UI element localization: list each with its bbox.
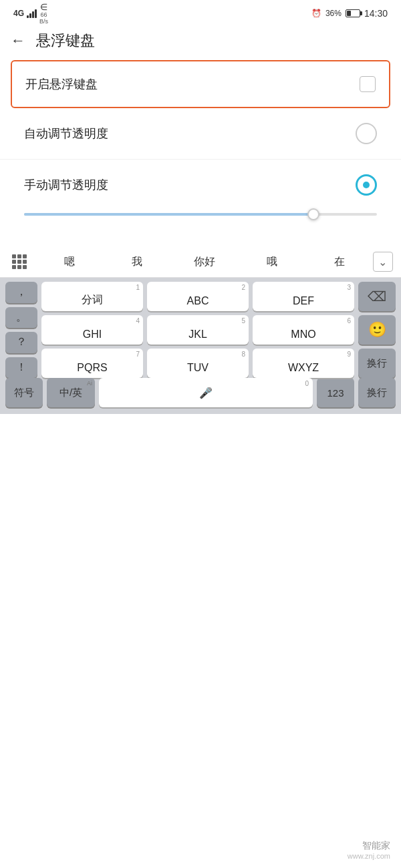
key-fenCI-label: 分词 <box>82 293 103 307</box>
keyboard-wrapper: 嗯 我 你好 哦 在 ⌄ ， 。 ？ ！ 1 分词 <box>0 236 401 414</box>
setting-item-manual-opacity[interactable]: 手动调节透明度 <box>0 160 401 210</box>
key-num-5: 5 <box>241 317 245 324</box>
wifi-speed: ∈ 66 B/s <box>39 2 48 25</box>
enter-key[interactable]: 换行 <box>358 349 396 378</box>
slider-thumb[interactable] <box>307 208 319 220</box>
enter-label: 换行 <box>367 357 387 370</box>
battery-icon <box>346 9 360 17</box>
key-num-1: 1 <box>136 284 140 291</box>
main-keys: 1 分词 2 ABC 3 DEF 4 GHI <box>41 282 354 378</box>
keyboard-row-3: 7 PQRS 8 TUV 9 WXYZ <box>41 349 354 378</box>
suggestion-word-3[interactable]: 你好 <box>171 252 239 272</box>
suggestion-word-2[interactable]: 我 <box>104 252 171 272</box>
keyboard-row-1: 1 分词 2 ABC 3 DEF <box>41 282 354 311</box>
keyboard-row-2: 4 GHI 5 JKL 6 MNO <box>41 315 354 345</box>
lang-ai-label: Ai <box>87 380 92 387</box>
setting-item-floating-keyboard[interactable]: 开启悬浮键盘 <box>11 60 390 108</box>
enter-bottom-label: 换行 <box>367 387 387 399</box>
grid-icon <box>12 254 27 269</box>
key-ABC-label: ABC <box>187 295 209 307</box>
key-JKL-label: JKL <box>188 329 207 341</box>
suggestion-dismiss-button[interactable]: ⌄ <box>373 252 393 272</box>
battery-percent: 36% <box>325 9 342 18</box>
nums-label: 123 <box>327 387 344 399</box>
space-num-label: 0 <box>305 380 309 387</box>
lang-label: 中/英 <box>59 387 82 399</box>
brand-name: 智能家 <box>348 840 390 852</box>
emoji-icon: 🙂 <box>368 321 386 339</box>
status-right: ⏰ 36% 14:30 <box>311 8 388 19</box>
key-num-9: 9 <box>347 351 351 358</box>
emoji-key[interactable]: 🙂 <box>358 315 396 345</box>
wifi-icon: ∈ <box>40 2 47 12</box>
toggle-manual-opacity[interactable] <box>356 174 377 196</box>
backspace-icon: ⌫ <box>368 288 386 304</box>
symbol-key[interactable]: 符号 <box>5 378 43 407</box>
opacity-slider-container <box>0 213 401 236</box>
keyboard: ， 。 ？ ！ 1 分词 2 ABC 3 <box>0 278 401 414</box>
back-button[interactable]: ← <box>11 32 25 49</box>
key-num-4: 4 <box>136 317 140 324</box>
key-MNO-label: MNO <box>291 329 315 341</box>
header: ← 悬浮键盘 <box>0 24 401 60</box>
key-DEF[interactable]: 3 DEF <box>253 282 354 311</box>
key-TUV[interactable]: 8 TUV <box>147 349 249 378</box>
keyboard-main-layout: ， 。 ？ ！ 1 分词 2 ABC 3 <box>5 282 396 378</box>
suggestion-word-5[interactable]: 在 <box>305 252 373 272</box>
lang-key[interactable]: 中/英 Ai <box>47 378 95 407</box>
punct-key-question[interactable]: ？ <box>5 332 37 353</box>
nums-key[interactable]: 123 <box>317 378 354 407</box>
suggestions-bar: 嗯 我 你好 哦 在 ⌄ <box>0 246 401 278</box>
key-num-8: 8 <box>241 351 245 358</box>
punct-key-exclaim[interactable]: ！ <box>5 357 37 379</box>
setting-label-3: 手动调节透明度 <box>24 177 108 193</box>
key-PQRS-label: PQRS <box>77 362 107 374</box>
checkbox-floating-keyboard[interactable] <box>360 76 376 92</box>
key-ABC[interactable]: 2 ABC <box>147 282 249 311</box>
suggestions-grid-icon[interactable] <box>8 250 31 273</box>
symbol-label: 符号 <box>14 387 34 399</box>
key-GHI-label: GHI <box>83 329 102 341</box>
key-DEF-label: DEF <box>293 295 314 307</box>
punct-column: ， 。 ？ ！ <box>5 282 37 378</box>
action-column: ⌫ 🙂 换行 <box>358 282 396 378</box>
backspace-key[interactable]: ⌫ <box>358 282 396 311</box>
key-num-7: 7 <box>136 351 140 358</box>
dismiss-icon: ⌄ <box>378 256 387 268</box>
key-num-2: 2 <box>241 284 245 291</box>
toggle-auto-opacity[interactable] <box>356 123 377 144</box>
key-WXYZ[interactable]: 9 WXYZ <box>253 349 354 378</box>
key-MNO[interactable]: 6 MNO <box>253 315 354 345</box>
signal-bars <box>27 9 37 18</box>
speed-text: 66 B/s <box>39 12 48 25</box>
settings-container: 开启悬浮键盘 自动调节透明度 手动调节透明度 <box>0 60 401 236</box>
keyboard-bottom-row: 符号 中/英 Ai 0 🎤 123 换行 <box>5 378 396 407</box>
mic-icon: 🎤 <box>199 387 213 399</box>
enter-bottom-key[interactable]: 换行 <box>358 378 396 407</box>
brand-url: www.znj.com <box>348 852 390 860</box>
toggle-on-inner <box>363 182 370 188</box>
setting-item-auto-opacity[interactable]: 自动调节透明度 <box>0 108 401 160</box>
signal-label: 4G <box>13 9 24 18</box>
setting-label-2: 自动调节透明度 <box>24 126 108 142</box>
key-GHI[interactable]: 4 GHI <box>41 315 143 345</box>
punct-key-comma[interactable]: ， <box>5 282 37 303</box>
key-fenCI[interactable]: 1 分词 <box>41 282 143 311</box>
slider-fill <box>24 213 313 216</box>
suggestion-word-1[interactable]: 嗯 <box>36 252 104 272</box>
status-bar: 4G ∈ 66 B/s ⏰ 36% 14:30 <box>0 0 401 24</box>
setting-label-1: 开启悬浮键盘 <box>25 76 98 92</box>
key-WXYZ-label: WXYZ <box>288 362 319 374</box>
alarm-icon: ⏰ <box>311 9 321 18</box>
space-key[interactable]: 0 🎤 <box>99 378 313 407</box>
footer: 智能家 www.znj.com <box>348 840 390 860</box>
key-PQRS[interactable]: 7 PQRS <box>41 349 143 378</box>
opacity-slider-track[interactable] <box>24 213 377 216</box>
punct-key-period[interactable]: 。 <box>5 307 37 329</box>
key-num-3: 3 <box>347 284 351 291</box>
time-label: 14:30 <box>364 8 388 19</box>
key-num-6: 6 <box>347 317 351 324</box>
key-TUV-label: TUV <box>187 362 209 374</box>
key-JKL[interactable]: 5 JKL <box>147 315 249 345</box>
suggestion-word-4[interactable]: 哦 <box>238 252 305 272</box>
